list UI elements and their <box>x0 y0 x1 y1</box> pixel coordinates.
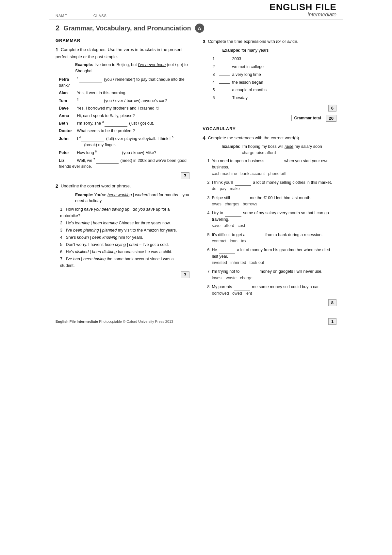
ex4-number: 4 <box>203 135 205 141</box>
time-item-5: 5 a couple of months <box>213 86 337 94</box>
time-item-2: 2 we met in college <box>213 63 337 71</box>
main-content: GRAMMAR 1 Complete the dialogues. Use th… <box>49 35 343 313</box>
worksheet-page: NAME CLASS ENGLISH FILE Intermediate 2 G… <box>49 0 343 415</box>
ex1-example-text: I've been to Beijing, but <box>94 62 138 67</box>
unit-title: Grammar, Vocabulary, and Pronunciation <box>63 25 191 32</box>
brand-subtitle: Intermediate <box>307 12 336 18</box>
blank-2[interactable] <box>79 104 102 104</box>
ex4-example-italic: raise <box>285 144 293 149</box>
dialog-name-john: John <box>59 136 76 142</box>
vocab-item-7: 7I'm trying not to money on gadgets I wi… <box>207 269 337 281</box>
exercise-3: 3 Complete the time expressions with for… <box>203 38 337 122</box>
dialog-name-anna: Anna <box>59 113 76 119</box>
ex1-example-label: Example: <box>75 62 93 67</box>
dialog-john: John I 4 (fall) over playing volleyball.… <box>59 135 189 148</box>
dialog-peter: Peter How long 6 (you / know) Mike? <box>59 149 189 156</box>
blank-4[interactable] <box>81 142 104 142</box>
ex2-number: 2 <box>56 183 58 189</box>
ex2-example: Example: You've been working | worked ha… <box>75 192 189 204</box>
ex3-example-label: Example: <box>222 48 241 53</box>
time-blank-1[interactable] <box>219 60 230 60</box>
blank-1[interactable] <box>79 82 102 82</box>
time-blank-2[interactable] <box>219 68 230 68</box>
ex2-title: 2 Underline the correct word or phrase. <box>56 182 189 190</box>
header-left: NAME CLASS <box>56 3 270 18</box>
dialog-doctor: Doctor What seems to be the problem? <box>59 128 189 134</box>
vocabulary-section-header: VOCABULARY <box>203 126 337 131</box>
vocab-item-5: 5It's difficult to get a from a bank dur… <box>207 232 337 245</box>
ex3-example: Example: for many years <box>222 47 337 54</box>
vocab-item-3: 3Felipe still me the €100 I lent him las… <box>207 195 337 208</box>
dialog-name-beth: Beth <box>59 120 76 127</box>
ex2-example-label: Example: <box>75 193 93 197</box>
dialog-name-liz: Liz <box>59 158 76 164</box>
time-blank-6[interactable] <box>219 99 230 99</box>
exercise-4: 4 Complete the sentences with the correc… <box>203 134 337 306</box>
ex4-instruction: Complete the sentences with the correct … <box>208 135 300 140</box>
ex4-example-rest: my salary soon <box>293 144 322 149</box>
blank-3[interactable] <box>105 126 127 127</box>
page-footer: English File Intermediate Photocopiable … <box>49 316 343 327</box>
ex1-instruction: Complete the dialogues. Use the verbs in… <box>56 47 183 59</box>
time-blank-3[interactable] <box>219 76 230 76</box>
ex1-example-italic: I've never been <box>138 62 166 67</box>
dialog-name-peter: Peter <box>59 150 76 156</box>
ex4-example-label: Example: <box>222 144 241 149</box>
grammar-total-box: Grammar total 20 <box>203 115 337 122</box>
time-item-4: 4 the lesson began <box>213 79 337 87</box>
ex4-example-options: charge raise afford <box>242 150 276 155</box>
ex1-score-box: 7 <box>56 172 189 179</box>
ex4-score: 8 <box>328 299 336 306</box>
ex1-title: 1 Complete the dialogues. Use the verbs … <box>56 46 189 60</box>
ex3-instruction: Complete the time expressions with for o… <box>208 39 298 44</box>
unit-number: 2 <box>56 24 59 32</box>
blank-5[interactable] <box>59 148 82 148</box>
exercise-1: 1 Complete the dialogues. Use the verbs … <box>56 46 189 179</box>
dialog-alan: Alan Yes, it went in this morning. <box>59 90 189 96</box>
time-item-3: 3 a very long time <box>213 71 337 79</box>
dialog-liz: Liz Well, we 7 (meet) in 2008 and we've … <box>59 157 189 170</box>
ex4-title: 4 Complete the sentences with the correc… <box>203 134 337 142</box>
dialog-name-dave: Dave <box>59 105 76 112</box>
dialog-name-doctor: Doctor <box>59 128 76 134</box>
ex4-example-text: I'm hoping my boss will <box>242 144 285 149</box>
dialog-name-alan: Alan <box>59 90 76 96</box>
time-item-1: 1 2003 <box>213 55 337 63</box>
time-item-6: 6 Tuesday <box>213 94 337 102</box>
ex1-number: 1 <box>56 47 58 52</box>
dialog-tom: Tom 2 (you / ever / borrow) anyone's car… <box>59 97 189 104</box>
time-blank-4[interactable] <box>219 83 230 84</box>
grammar-section-header: GRAMMAR <box>56 38 189 43</box>
vocab-item-4: 4I try to some of my salary every month … <box>207 210 337 229</box>
ex2-underline-word: Underline <box>61 183 79 188</box>
dialog-beth: Beth I'm sorry, she 3 (just / go) out. <box>59 120 189 127</box>
grammar-total-label: Grammar total <box>291 115 324 121</box>
ex2-item-5: 5 Don't worry. I haven't been crying | c… <box>60 241 189 248</box>
ex3-score-box: 6 <box>203 105 337 112</box>
time-list: 1 2003 2 we met in college 3 a very long… <box>213 55 337 102</box>
dialog-petra: Petra 1 (you / remember) to pay that che… <box>59 76 189 89</box>
footer-page-number: 1 <box>328 318 336 325</box>
ex2-item-4: 4 She's known | been knowing him for yea… <box>60 234 189 241</box>
blank-7[interactable] <box>96 163 119 164</box>
ex3-example-rest: many years <box>248 48 269 53</box>
ex3-number: 3 <box>203 39 205 44</box>
ex4-example: Example: I'm hoping my boss will raise m… <box>222 144 337 156</box>
header-right: ENGLISH FILE Intermediate <box>270 3 336 18</box>
ex3-score: 6 <box>328 105 336 112</box>
name-label: NAME <box>56 14 67 18</box>
time-blank-5[interactable] <box>219 91 230 91</box>
header: NAME CLASS ENGLISH FILE Intermediate <box>49 0 343 20</box>
ex2-item-2: 2 He's learning | been learning Chinese … <box>60 220 189 226</box>
ex3-example-for: for <box>242 48 247 53</box>
ex2-score-box: 7 <box>56 271 189 278</box>
blank-6[interactable] <box>97 156 120 156</box>
ex2-score: 7 <box>181 271 189 278</box>
vocab-item-2: 2I think you'll a lot of money selling c… <box>207 180 337 192</box>
ex2-item-6: 6 He's disliked | been disliking bananas… <box>60 249 189 255</box>
ex2-list: 1 How long have you been saving up | do … <box>60 206 189 269</box>
vocab-item-8: 8My parents me some money so I could buy… <box>207 284 337 297</box>
ex3-title: 3 Complete the time expressions with for… <box>203 38 337 45</box>
grammar-total-score: 20 <box>326 115 336 122</box>
right-column: 3 Complete the time expressions with for… <box>200 38 337 309</box>
